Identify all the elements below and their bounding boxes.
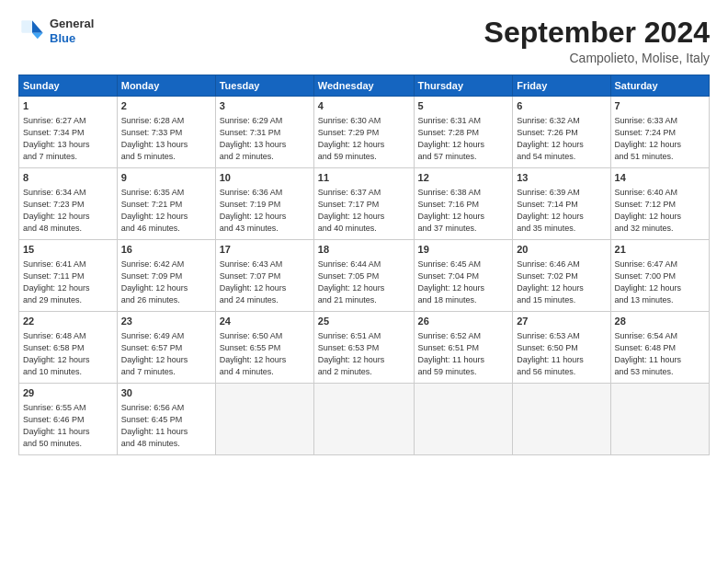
day-header-thursday: Thursday	[414, 75, 513, 97]
calendar-header: SundayMondayTuesdayWednesdayThursdayFrid…	[19, 75, 710, 97]
day-info: Sunrise: 6:41 AMSunset: 7:11 PMDaylight:…	[23, 259, 113, 306]
calendar-cell	[513, 384, 610, 455]
day-number: 25	[318, 315, 410, 328]
calendar-cell: 1Sunrise: 6:27 AMSunset: 7:34 PMDaylight…	[19, 97, 118, 168]
day-info: Sunrise: 6:44 AMSunset: 7:05 PMDaylight:…	[318, 259, 410, 306]
day-number: 4	[318, 99, 410, 113]
day-info: Sunrise: 6:49 AMSunset: 6:57 PMDaylight:…	[121, 330, 211, 378]
calendar-cell: 13Sunrise: 6:39 AMSunset: 7:14 PMDayligh…	[513, 168, 610, 240]
day-number: 2	[121, 99, 211, 113]
title-block: September 2024 Campolieto, Molise, Italy	[484, 17, 710, 65]
calendar-cell: 5Sunrise: 6:31 AMSunset: 7:28 PMDaylight…	[414, 97, 513, 168]
page-header: General Blue September 2024 Campolieto, …	[18, 17, 710, 65]
day-number: 21	[615, 243, 705, 257]
day-number: 16	[121, 243, 211, 257]
day-info: Sunrise: 6:51 AMSunset: 6:53 PMDaylight:…	[318, 330, 410, 378]
day-header-friday: Friday	[513, 75, 610, 97]
calendar-cell: 18Sunrise: 6:44 AMSunset: 7:05 PMDayligh…	[313, 240, 414, 312]
week-row-3: 15Sunrise: 6:41 AMSunset: 7:11 PMDayligh…	[19, 240, 710, 312]
day-info: Sunrise: 6:40 AMSunset: 7:12 PMDaylight:…	[615, 187, 705, 235]
svg-marker-0	[32, 20, 43, 32]
svg-marker-1	[32, 32, 43, 39]
calendar-cell: 30Sunrise: 6:56 AMSunset: 6:45 PMDayligh…	[117, 384, 215, 455]
day-number: 6	[517, 99, 606, 113]
day-number: 24	[220, 315, 310, 328]
day-number: 20	[517, 243, 606, 257]
calendar-cell: 15Sunrise: 6:41 AMSunset: 7:11 PMDayligh…	[19, 240, 118, 312]
calendar-cell: 25Sunrise: 6:51 AMSunset: 6:53 PMDayligh…	[313, 312, 414, 384]
logo-icon	[18, 17, 46, 45]
calendar-cell: 2Sunrise: 6:28 AMSunset: 7:33 PMDaylight…	[117, 97, 215, 168]
day-info: Sunrise: 6:32 AMSunset: 7:26 PMDaylight:…	[517, 115, 606, 163]
calendar-cell: 12Sunrise: 6:38 AMSunset: 7:16 PMDayligh…	[414, 168, 513, 240]
day-number: 3	[220, 99, 310, 113]
day-number: 9	[121, 171, 211, 185]
calendar-cell: 27Sunrise: 6:53 AMSunset: 6:50 PMDayligh…	[513, 312, 610, 384]
calendar-cell	[414, 384, 513, 455]
calendar-cell: 14Sunrise: 6:40 AMSunset: 7:12 PMDayligh…	[610, 168, 709, 240]
day-number: 26	[418, 315, 509, 328]
day-info: Sunrise: 6:48 AMSunset: 6:58 PMDaylight:…	[23, 330, 113, 378]
day-number: 5	[418, 99, 509, 113]
week-row-5: 29Sunrise: 6:55 AMSunset: 6:46 PMDayligh…	[19, 384, 710, 455]
day-info: Sunrise: 6:35 AMSunset: 7:21 PMDaylight:…	[121, 187, 211, 235]
calendar-cell: 24Sunrise: 6:50 AMSunset: 6:55 PMDayligh…	[215, 312, 313, 384]
day-info: Sunrise: 6:43 AMSunset: 7:07 PMDaylight:…	[220, 259, 310, 306]
day-number: 18	[318, 243, 410, 257]
calendar-cell: 19Sunrise: 6:45 AMSunset: 7:04 PMDayligh…	[414, 240, 513, 312]
calendar-cell: 21Sunrise: 6:47 AMSunset: 7:00 PMDayligh…	[610, 240, 709, 312]
day-number: 7	[615, 99, 705, 113]
day-number: 14	[615, 171, 705, 185]
day-number: 12	[418, 171, 509, 185]
day-header-saturday: Saturday	[610, 75, 709, 97]
day-info: Sunrise: 6:31 AMSunset: 7:28 PMDaylight:…	[418, 115, 509, 163]
calendar-cell: 11Sunrise: 6:37 AMSunset: 7:17 PMDayligh…	[313, 168, 414, 240]
day-info: Sunrise: 6:39 AMSunset: 7:14 PMDaylight:…	[517, 187, 606, 235]
calendar-cell: 26Sunrise: 6:52 AMSunset: 6:51 PMDayligh…	[414, 312, 513, 384]
day-info: Sunrise: 6:50 AMSunset: 6:55 PMDaylight:…	[220, 330, 310, 378]
day-info: Sunrise: 6:42 AMSunset: 7:09 PMDaylight:…	[121, 259, 211, 306]
day-info: Sunrise: 6:30 AMSunset: 7:29 PMDaylight:…	[318, 115, 410, 163]
day-info: Sunrise: 6:47 AMSunset: 7:00 PMDaylight:…	[615, 259, 705, 306]
calendar-cell: 16Sunrise: 6:42 AMSunset: 7:09 PMDayligh…	[117, 240, 215, 312]
calendar-cell: 4Sunrise: 6:30 AMSunset: 7:29 PMDaylight…	[313, 97, 414, 168]
day-info: Sunrise: 6:37 AMSunset: 7:17 PMDaylight:…	[318, 187, 410, 235]
calendar-cell: 20Sunrise: 6:46 AMSunset: 7:02 PMDayligh…	[513, 240, 610, 312]
day-info: Sunrise: 6:29 AMSunset: 7:31 PMDaylight:…	[220, 115, 310, 163]
day-number: 29	[23, 386, 113, 400]
calendar-cell	[313, 384, 414, 455]
day-info: Sunrise: 6:56 AMSunset: 6:45 PMDaylight:…	[121, 402, 211, 450]
day-info: Sunrise: 6:52 AMSunset: 6:51 PMDaylight:…	[418, 330, 509, 378]
day-number: 17	[220, 243, 310, 257]
day-header-monday: Monday	[117, 75, 215, 97]
svg-rect-2	[21, 20, 32, 32]
day-header-tuesday: Tuesday	[215, 75, 313, 97]
week-row-2: 8Sunrise: 6:34 AMSunset: 7:23 PMDaylight…	[19, 168, 710, 240]
month-title: September 2024	[484, 17, 710, 49]
day-number: 1	[23, 99, 113, 113]
day-info: Sunrise: 6:53 AMSunset: 6:50 PMDaylight:…	[517, 330, 606, 378]
day-info: Sunrise: 6:27 AMSunset: 7:34 PMDaylight:…	[23, 115, 113, 163]
day-header-sunday: Sunday	[19, 75, 118, 97]
day-number: 19	[418, 243, 509, 257]
day-number: 15	[23, 243, 113, 257]
day-number: 10	[220, 171, 310, 185]
day-number: 27	[517, 315, 606, 328]
calendar-body: 1Sunrise: 6:27 AMSunset: 7:34 PMDaylight…	[19, 97, 710, 455]
logo: General Blue	[18, 17, 94, 45]
calendar-cell: 10Sunrise: 6:36 AMSunset: 7:19 PMDayligh…	[215, 168, 313, 240]
calendar-cell: 6Sunrise: 6:32 AMSunset: 7:26 PMDaylight…	[513, 97, 610, 168]
day-number: 23	[121, 315, 211, 328]
day-number: 13	[517, 171, 606, 185]
day-info: Sunrise: 6:33 AMSunset: 7:24 PMDaylight:…	[615, 115, 705, 163]
calendar-cell: 3Sunrise: 6:29 AMSunset: 7:31 PMDaylight…	[215, 97, 313, 168]
day-info: Sunrise: 6:38 AMSunset: 7:16 PMDaylight:…	[418, 187, 509, 235]
calendar-table: SundayMondayTuesdayWednesdayThursdayFrid…	[18, 75, 710, 455]
calendar-cell	[215, 384, 313, 455]
day-number: 22	[23, 315, 113, 328]
day-number: 28	[615, 315, 705, 328]
calendar-cell: 7Sunrise: 6:33 AMSunset: 7:24 PMDaylight…	[610, 97, 709, 168]
calendar-cell: 22Sunrise: 6:48 AMSunset: 6:58 PMDayligh…	[19, 312, 118, 384]
calendar-cell: 9Sunrise: 6:35 AMSunset: 7:21 PMDaylight…	[117, 168, 215, 240]
calendar-cell: 29Sunrise: 6:55 AMSunset: 6:46 PMDayligh…	[19, 384, 118, 455]
